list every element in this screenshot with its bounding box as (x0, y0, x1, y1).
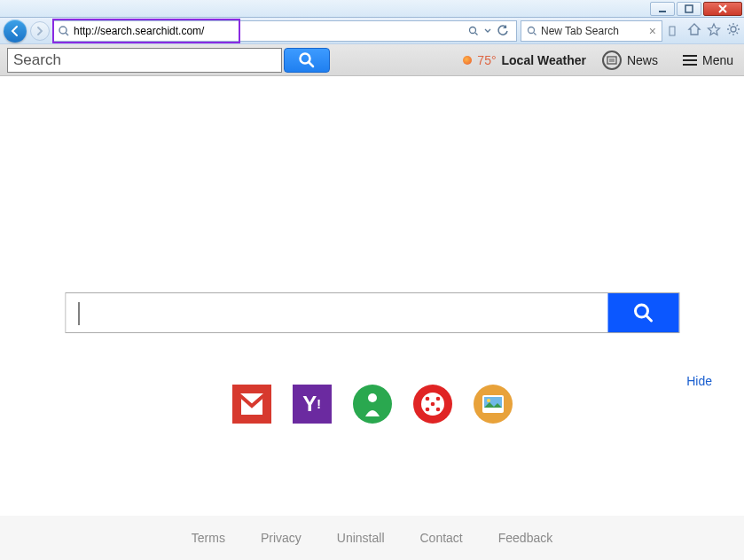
url-input[interactable] (70, 25, 465, 37)
weather-label: Local Weather (502, 53, 586, 67)
main-search-input[interactable] (66, 293, 607, 332)
weather-widget[interactable]: 75° Local Weather (463, 53, 586, 67)
window-titlebar (0, 0, 744, 18)
close-tab-icon[interactable]: × (649, 25, 656, 37)
yahoo-icon[interactable]: Y! (293, 385, 332, 424)
close-button[interactable] (703, 2, 742, 16)
svg-point-2 (59, 27, 67, 34)
forward-button[interactable] (30, 21, 50, 41)
svg-line-15 (737, 33, 739, 35)
weather-temp: 75° (477, 53, 496, 67)
footer-link-uninstall[interactable]: Uninstall (337, 531, 385, 545)
menu-button[interactable]: Menu (683, 53, 733, 67)
footer-link-feedback[interactable]: Feedback (498, 531, 552, 545)
gear-icon[interactable] (726, 22, 740, 39)
svg-line-17 (737, 25, 739, 27)
toolbar-search-button[interactable] (284, 48, 330, 73)
footer-link-contact[interactable]: Contact (420, 531, 463, 545)
svg-line-3 (66, 33, 68, 35)
svg-line-16 (729, 33, 731, 35)
address-bar-row: New Tab Search × (0, 18, 744, 44)
main-search-bar (65, 292, 679, 333)
search-icon (298, 51, 316, 69)
minimize-button[interactable] (650, 2, 675, 16)
svg-line-14 (729, 25, 731, 27)
games-icon[interactable] (353, 385, 392, 424)
search-dropdown-icon[interactable] (468, 26, 479, 36)
svg-line-19 (309, 62, 314, 66)
svg-point-32 (435, 408, 440, 412)
svg-point-6 (529, 27, 535, 33)
news-label: News (627, 53, 658, 67)
dice-icon[interactable] (413, 385, 452, 424)
svg-rect-1 (685, 5, 693, 12)
svg-point-9 (731, 27, 736, 32)
main-search-button[interactable] (607, 293, 678, 332)
hide-link[interactable]: Hide (686, 374, 712, 388)
svg-line-7 (534, 33, 536, 35)
gmail-icon[interactable] (232, 385, 271, 424)
hamburger-icon (683, 55, 697, 66)
news-widget[interactable]: News (602, 51, 658, 70)
browser-tools (682, 22, 740, 39)
tab-title: New Tab Search (541, 25, 646, 37)
svg-line-5 (475, 33, 478, 35)
search-icon (631, 301, 654, 324)
text-cursor (78, 302, 79, 325)
browser-tab[interactable]: New Tab Search × (521, 20, 662, 42)
svg-point-28 (425, 397, 429, 401)
svg-point-35 (487, 399, 490, 402)
favorites-icon[interactable] (707, 22, 721, 39)
svg-rect-20 (607, 57, 616, 64)
svg-point-31 (425, 408, 429, 412)
menu-label: Menu (702, 53, 733, 67)
extension-toolbar: Search 75° Local Weather News Menu (0, 44, 744, 76)
search-icon (527, 26, 537, 36)
news-icon (602, 51, 622, 70)
svg-point-4 (470, 27, 476, 33)
toolbar-search-box[interactable]: Search (7, 48, 282, 73)
address-bar-tools (465, 25, 513, 37)
svg-point-26 (368, 393, 377, 402)
footer-link-privacy[interactable]: Privacy (261, 531, 302, 545)
toolbar-search-placeholder: Search (13, 51, 61, 69)
home-icon[interactable] (687, 22, 701, 39)
refresh-icon[interactable] (497, 25, 509, 37)
new-tab-button[interactable] (666, 21, 678, 41)
chevron-down-icon[interactable] (484, 27, 491, 35)
search-icon (58, 25, 70, 37)
images-icon[interactable] (474, 385, 513, 424)
svg-point-29 (435, 397, 440, 401)
svg-rect-8 (670, 27, 675, 35)
address-bar[interactable] (53, 20, 517, 42)
svg-line-24 (646, 316, 652, 322)
page-content: Hide Y! Terms Privacy Uninstall Contact … (0, 76, 744, 560)
footer-link-terms[interactable]: Terms (192, 531, 225, 545)
svg-point-30 (430, 402, 435, 407)
sun-icon (463, 56, 472, 65)
footer: Terms Privacy Uninstall Contact Feedback (0, 516, 744, 560)
maximize-button[interactable] (677, 2, 701, 16)
quick-links-row: Y! (232, 385, 513, 424)
back-button[interactable] (4, 19, 27, 43)
